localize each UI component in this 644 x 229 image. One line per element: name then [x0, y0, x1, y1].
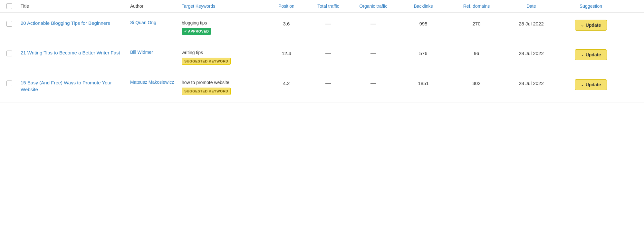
- row3-update-button[interactable]: ⌄ Update: [575, 79, 607, 90]
- row3-keyword-badge: SUGGESTED KEYWORD: [182, 88, 231, 95]
- col-header-keywords: Target Keywords: [182, 3, 265, 9]
- row3-author-cell: Mateusz Makosiewicz: [130, 79, 182, 86]
- row2-keywords-cell: writing tips SUGGESTED KEYWORD: [182, 49, 265, 65]
- row1-title-link[interactable]: 20 Actionable Blogging Tips for Beginner…: [21, 20, 110, 26]
- col-header-organic-traffic: Organic traffic: [349, 3, 398, 9]
- row2-position-cell: 12.4: [265, 49, 307, 56]
- row1-author-cell: Si Quan Ong: [130, 20, 182, 26]
- row3-update-label: Update: [586, 82, 601, 87]
- header-checkbox-cell: [6, 3, 21, 9]
- table-row: 20 Actionable Blogging Tips for Beginner…: [0, 13, 644, 42]
- row3-checkbox[interactable]: [6, 81, 12, 86]
- col-header-total-traffic: Total traffic: [307, 3, 349, 9]
- col-header-position: Position: [265, 3, 307, 9]
- content-table: Title Author Target Keywords Position To…: [0, 0, 644, 229]
- row1-total-traffic-cell: —: [307, 20, 349, 27]
- row3-title-cell: 15 Easy (And Free) Ways to Promote Your …: [21, 79, 130, 93]
- row3-keyword-text: how to promote website: [182, 79, 265, 86]
- row3-ref-domains-cell: 302: [449, 79, 504, 86]
- row1-update-button[interactable]: ⌄ Update: [575, 20, 607, 31]
- row2-keyword-text: writing tips: [182, 49, 265, 56]
- row3-position-cell: 4.2: [265, 79, 307, 86]
- row1-position-cell: 3.6: [265, 20, 307, 26]
- table-row: 21 Writing Tips to Become a Better Write…: [0, 42, 644, 72]
- table-header: Title Author Target Keywords Position To…: [0, 0, 644, 13]
- col-header-title: Title: [21, 3, 130, 9]
- row2-update-button[interactable]: ⌄ Update: [575, 49, 607, 60]
- row1-update-label: Update: [586, 23, 601, 28]
- row3-checkbox-cell: [6, 79, 21, 86]
- row1-date-cell: 28 Jul 2022: [504, 20, 559, 26]
- col-header-date: Date: [504, 3, 559, 9]
- row2-keyword-badge: SUGGESTED KEYWORD: [182, 58, 231, 65]
- row2-organic-traffic-cell: —: [349, 49, 398, 57]
- row2-checkbox[interactable]: [6, 51, 12, 56]
- row3-backlinks-cell: 1851: [398, 79, 449, 86]
- row2-title-link[interactable]: 21 Writing Tips to Become a Better Write…: [21, 50, 120, 55]
- row1-backlinks-cell: 995: [398, 20, 449, 26]
- row2-total-traffic-cell: —: [307, 49, 349, 57]
- row2-update-label: Update: [586, 52, 601, 57]
- row2-suggestion-cell: ⌄ Update: [559, 49, 623, 60]
- row1-chevron-icon: ⌄: [581, 23, 584, 27]
- row1-checkbox-cell: [6, 20, 21, 27]
- row1-keywords-cell: blogging tips ✓ APPROVED: [182, 20, 265, 35]
- row3-keywords-cell: how to promote website SUGGESTED KEYWORD: [182, 79, 265, 95]
- col-header-suggestion: Suggestion: [559, 3, 623, 9]
- row2-ref-domains-cell: 96: [449, 49, 504, 56]
- col-header-author: Author: [130, 3, 182, 9]
- row1-suggestion-cell: ⌄ Update: [559, 20, 623, 31]
- row3-suggestion-cell: ⌄ Update: [559, 79, 623, 90]
- row1-title-cell: 20 Actionable Blogging Tips for Beginner…: [21, 20, 130, 26]
- row2-title-cell: 21 Writing Tips to Become a Better Write…: [21, 49, 130, 56]
- table-row: 15 Easy (And Free) Ways to Promote Your …: [0, 72, 644, 102]
- row1-checkbox[interactable]: [6, 21, 12, 27]
- row3-title-link[interactable]: 15 Easy (And Free) Ways to Promote Your …: [21, 80, 112, 92]
- row1-ref-domains-cell: 270: [449, 20, 504, 26]
- row2-date-cell: 28 Jul 2022: [504, 49, 559, 56]
- col-header-backlinks: Backlinks: [398, 3, 449, 9]
- row1-keyword-text: blogging tips: [182, 20, 265, 26]
- row3-total-traffic-cell: —: [307, 79, 349, 87]
- row3-chevron-icon: ⌄: [581, 83, 584, 87]
- row2-checkbox-cell: [6, 49, 21, 56]
- col-header-ref-domains: Ref. domains: [449, 3, 504, 9]
- row3-date-cell: 28 Jul 2022: [504, 79, 559, 86]
- row2-chevron-icon: ⌄: [581, 52, 584, 57]
- row1-keyword-badge: ✓ APPROVED: [182, 28, 211, 35]
- row2-backlinks-cell: 576: [398, 49, 449, 56]
- row1-organic-traffic-cell: —: [349, 20, 398, 27]
- select-all-checkbox[interactable]: [6, 3, 12, 9]
- row3-organic-traffic-cell: —: [349, 79, 398, 87]
- row2-author-cell: Bill Widmer: [130, 49, 182, 56]
